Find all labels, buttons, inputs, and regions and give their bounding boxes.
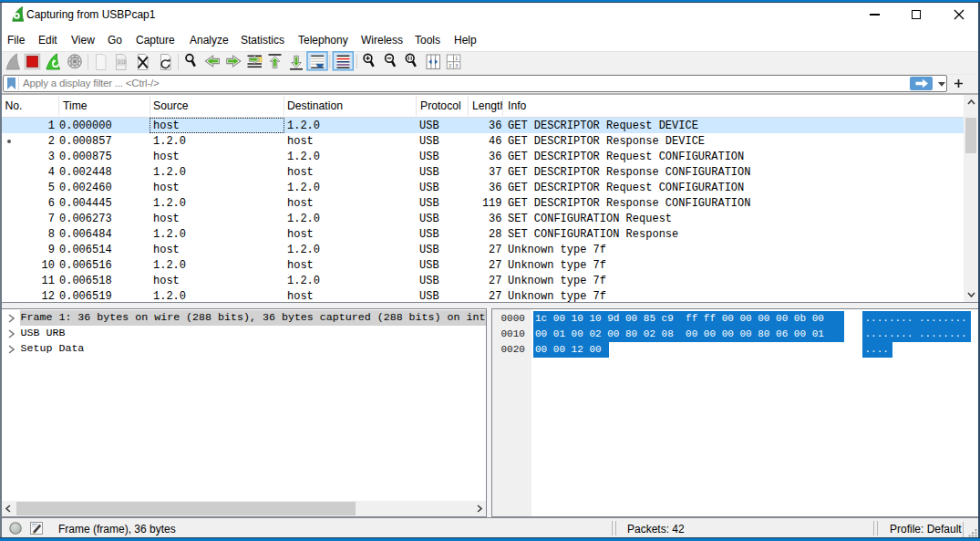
svg-text:1: 1 xyxy=(455,56,458,61)
svg-text:3: 3 xyxy=(455,63,458,68)
svg-text:010: 010 xyxy=(119,60,127,66)
svg-text:2: 2 xyxy=(449,63,451,68)
